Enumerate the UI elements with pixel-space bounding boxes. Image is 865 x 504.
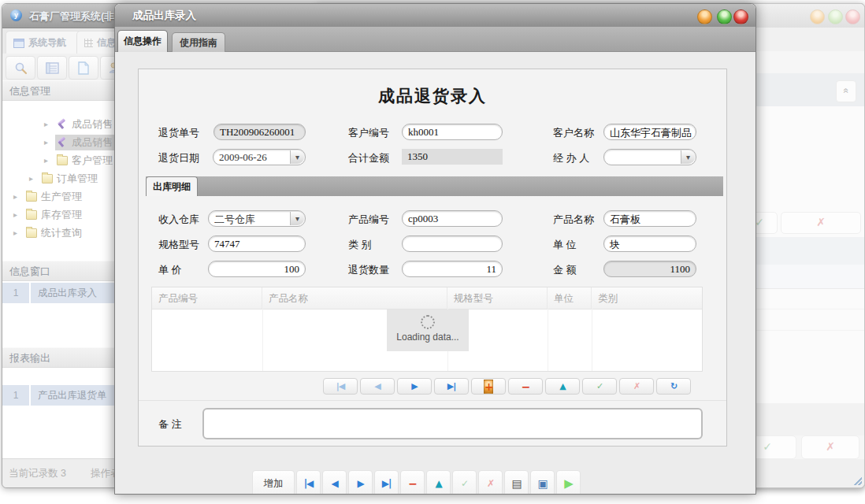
- print-preview-button[interactable]: ▣: [530, 470, 555, 495]
- navigator-icon: |◀: [336, 381, 344, 391]
- first-record-button[interactable]: |◀: [296, 470, 321, 495]
- navigator-icon: ▲: [559, 381, 565, 391]
- tree-item-icon: [57, 138, 68, 147]
- bottom-toolbar: 增加 |◀ ◀ ▶ ▶| −: [252, 470, 581, 495]
- toolbar-icon: ◀: [331, 478, 337, 489]
- insert-record-button[interactable]: +: [471, 378, 506, 395]
- check-icon: ✓: [763, 440, 772, 453]
- delete-record-button[interactable]: −: [508, 378, 543, 395]
- minimize-button[interactable]: [810, 9, 825, 24]
- cancel-button[interactable]: ✗: [801, 435, 859, 459]
- close-button[interactable]: [845, 9, 860, 24]
- price-field[interactable]: 100: [208, 261, 306, 277]
- product-no-field[interactable]: cp0003: [402, 210, 503, 227]
- collapse-panel-button[interactable]: [836, 80, 856, 102]
- remark-field[interactable]: [202, 408, 703, 439]
- tab-info-operation[interactable]: 信息操作: [117, 30, 168, 52]
- return-date-select[interactable]: 2009-06-26: [213, 149, 306, 165]
- run-button[interactable]: ▶: [556, 470, 581, 495]
- divider: [139, 400, 726, 401]
- navigator-icon: ↻: [670, 381, 677, 391]
- tree-item-label: 库存管理: [41, 208, 82, 222]
- maximize-button[interactable]: [828, 9, 843, 24]
- return-no-field[interactable]: TH200906260001: [213, 124, 306, 140]
- expand-arrow-icon[interactable]: [13, 192, 24, 201]
- resize-grip[interactable]: [853, 476, 862, 485]
- add-button[interactable]: 增加: [252, 470, 295, 495]
- expand-arrow-icon[interactable]: [44, 138, 55, 146]
- cancel-record-button[interactable]: ✗: [619, 378, 654, 395]
- operator-select[interactable]: [603, 149, 696, 165]
- post-record-button[interactable]: ✓: [582, 378, 617, 395]
- item-index: 1: [2, 287, 29, 298]
- document-button[interactable]: [69, 56, 98, 80]
- expand-arrow-icon[interactable]: [13, 228, 24, 237]
- desktop: y 石膏厂管理系统(非 系统导航 信息: [0, 0, 865, 504]
- unit-label: 单 位: [553, 238, 577, 252]
- spec-label: 规格型号: [158, 238, 199, 252]
- post-record-button[interactable]: ✓: [452, 470, 477, 495]
- search-button[interactable]: [6, 56, 35, 80]
- warehouse-select[interactable]: 二号仓库: [208, 210, 306, 227]
- grid-column-header[interactable]: 产品编号: [152, 287, 262, 309]
- tab-user-guide[interactable]: 使用指南: [172, 32, 225, 52]
- detail-grid: 产品编号 产品名称 规格型号 单位 类别 L: [151, 287, 703, 372]
- tree-item-label: 生产管理: [41, 190, 82, 204]
- grid-column-header[interactable]: 规格型号: [447, 287, 548, 309]
- customer-no-field[interactable]: kh0001: [402, 124, 503, 140]
- next-record-button[interactable]: ▶: [397, 378, 432, 395]
- return-qty-field[interactable]: 11: [402, 261, 503, 277]
- return-no-label: 退货单号: [158, 126, 199, 140]
- spec-field[interactable]: 74747: [208, 235, 306, 252]
- last-record-button[interactable]: ▶|: [374, 470, 399, 495]
- toolbar-icon: ▲: [435, 478, 441, 489]
- prior-record-button[interactable]: ◀: [322, 470, 347, 495]
- toolbar-icon: |◀: [304, 478, 314, 489]
- toolbar-icon: ▶: [564, 476, 573, 491]
- expand-arrow-icon[interactable]: [29, 174, 40, 183]
- first-record-button[interactable]: |◀: [323, 378, 358, 395]
- grid-column-header[interactable]: 产品名称: [262, 287, 447, 309]
- navigator-icon: ◀: [374, 381, 380, 391]
- expand-arrow-icon[interactable]: [13, 210, 24, 219]
- modal-titlebar[interactable]: 成品出库录入: [115, 4, 755, 27]
- delete-record-button[interactable]: −: [400, 470, 425, 495]
- tree-item-label: 订单管理: [57, 172, 98, 186]
- last-record-button[interactable]: ▶|: [434, 378, 469, 395]
- app-logo-icon: y: [10, 9, 22, 21]
- document-icon: [78, 61, 89, 75]
- form-title: 成品退货录入: [139, 85, 726, 107]
- expand-arrow-icon[interactable]: [44, 120, 55, 128]
- refresh-records-button[interactable]: ↻: [656, 378, 691, 395]
- tree-item-icon: [42, 174, 53, 183]
- tree-item-label: 成品销售: [72, 117, 113, 132]
- print-button[interactable]: ▤: [504, 470, 529, 495]
- edit-record-button[interactable]: ▲: [426, 470, 451, 495]
- grid-column-header[interactable]: 类别: [592, 287, 702, 309]
- tab-outbound-detail[interactable]: 出库明细: [146, 176, 198, 196]
- cancel-button[interactable]: ✗: [781, 212, 861, 234]
- search-icon: [14, 61, 28, 75]
- edit-record-button[interactable]: ▲: [545, 378, 580, 395]
- close-button[interactable]: [733, 9, 748, 24]
- minimize-button[interactable]: [697, 9, 712, 24]
- grid-header: 产品编号 产品名称 规格型号 单位 类别: [152, 287, 702, 309]
- return-date-label: 退货日期: [158, 151, 199, 165]
- prior-record-button[interactable]: ◀: [360, 378, 395, 395]
- maximize-button[interactable]: [717, 9, 732, 24]
- product-name-field[interactable]: 石膏板: [603, 210, 696, 227]
- list-view-button[interactable]: [37, 56, 67, 80]
- main-window-title: 石膏厂管理系统(非: [29, 9, 114, 24]
- expand-arrow-icon[interactable]: [44, 156, 55, 165]
- cancel-record-button[interactable]: ✗: [478, 470, 503, 495]
- item-index: 1: [2, 390, 29, 401]
- tree-item-icon: [26, 228, 37, 238]
- form-panel: 成品退货录入 退货单号 TH200906260001 客户编号 kh0001 客…: [138, 69, 727, 447]
- price-label: 单 价: [158, 263, 182, 277]
- unit-field[interactable]: 块: [603, 235, 696, 252]
- category-field[interactable]: [402, 235, 503, 252]
- customer-name-field[interactable]: 山东华宇石膏制品: [603, 124, 696, 140]
- grid-column-header[interactable]: 单位: [548, 287, 592, 309]
- tree-item-icon: [26, 192, 37, 202]
- next-record-button[interactable]: ▶: [348, 470, 373, 495]
